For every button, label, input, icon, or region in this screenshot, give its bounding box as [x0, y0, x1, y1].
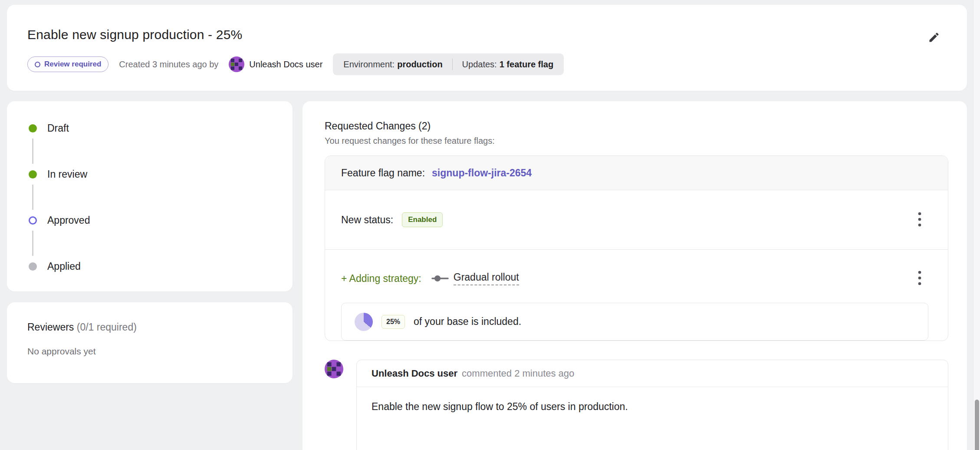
status-kebab-menu-button[interactable]: [911, 210, 928, 229]
comment-author-name: Unleash Docs user: [372, 368, 457, 379]
reviewers-requirement: (0/1 required): [77, 321, 137, 333]
reviewers-heading: Reviewers: [27, 321, 74, 333]
scrollbar-thumb[interactable]: [975, 400, 979, 450]
updates-value: 1 feature flag: [500, 60, 553, 69]
gradual-rollout-icon: [431, 274, 449, 283]
author-group: Unleash Docs user: [229, 56, 322, 72]
requested-changes-subtitle: You request changes for these feature fl…: [325, 136, 948, 146]
reviewers-title: Reviewers (0/1 required): [27, 321, 275, 333]
step-current-dot-icon: [29, 216, 37, 225]
strategy-label-row: + Adding strategy: Gradual rollout: [341, 269, 928, 288]
header-meta-row: Review required Created 3 minutes ago by…: [27, 53, 941, 75]
updates-label: Updates:: [462, 60, 497, 69]
requested-changes-card: Requested Changes (2) You request change…: [303, 101, 967, 450]
strategy-section: + Adding strategy: Gradual rollout 25% o…: [325, 250, 948, 341]
timeline-connector: [32, 139, 33, 164]
adding-strategy-label: + Adding strategy:: [341, 273, 421, 285]
timeline-step-label: Draft: [47, 122, 69, 134]
comment-box: Unleash Docs user commented 2 minutes ag…: [356, 360, 948, 450]
change-request-header-card: Enable new signup production - 25% Revie…: [7, 5, 967, 91]
comment-avatar: [325, 360, 343, 378]
environment-summary-box: Environment:production Updates:1 feature…: [333, 53, 564, 75]
reviewers-card: Reviewers (0/1 required) No approvals ye…: [7, 302, 293, 383]
edit-title-button[interactable]: [924, 28, 944, 47]
no-approvals-text: No approvals yet: [27, 346, 275, 357]
step-done-dot-icon: [29, 124, 37, 132]
flag-name-link[interactable]: signup-flow-jira-2654: [432, 167, 532, 179]
rollout-description-text: of your base is included.: [414, 316, 521, 328]
environment-label: Environment:: [343, 60, 395, 69]
comment-timestamp: commented 2 minutes ago: [462, 368, 574, 379]
feature-flag-change-box: Feature flag name: signup-flow-jira-2654…: [325, 156, 948, 341]
rollout-summary-box: 25% of your base is included.: [341, 303, 928, 341]
comment-body-text: Enable the new signup flow to 25% of use…: [357, 387, 948, 427]
strategy-name-link[interactable]: Gradual rollout: [454, 271, 519, 285]
step-pending-dot-icon: [29, 262, 37, 271]
created-text: Created 3 minutes ago by: [119, 60, 218, 69]
kebab-icon: [918, 212, 921, 228]
page-title: Enable new signup production - 25%: [27, 27, 941, 42]
timeline-step-label: In review: [47, 169, 87, 180]
review-status-badge: Review required: [27, 56, 109, 72]
new-status-label: New status:: [341, 214, 393, 226]
new-status-row: New status: Enabled: [325, 190, 948, 250]
author-name: Unleash Docs user: [249, 60, 322, 69]
requested-changes-title: Requested Changes (2): [325, 120, 948, 132]
comment-header: Unleash Docs user commented 2 minutes ag…: [357, 360, 948, 387]
environment-item: Environment:production: [343, 60, 442, 69]
timeline-step-applied: Applied: [29, 260, 293, 272]
review-status-label: Review required: [44, 60, 101, 69]
timeline-connector: [32, 185, 33, 210]
pencil-icon: [928, 31, 940, 45]
timeline-card: Draft In review Approved Applied: [7, 101, 293, 291]
strategy-kebab-menu-button[interactable]: [911, 269, 928, 288]
enabled-status-badge: Enabled: [402, 212, 443, 227]
timeline-connector: [32, 231, 33, 256]
page-scrollbar: [973, 0, 980, 450]
timeline-step-in-review: In review: [29, 168, 293, 180]
avatar: [229, 56, 244, 72]
kebab-icon: [918, 271, 921, 287]
timeline-step-label: Applied: [47, 261, 81, 272]
circle-outline-icon: [35, 62, 40, 67]
vertical-divider: [452, 59, 453, 70]
comment-row: Unleash Docs user commented 2 minutes ag…: [325, 360, 948, 450]
environment-value: production: [397, 60, 442, 69]
timeline-step-draft: Draft: [29, 122, 293, 134]
timeline-step-label: Approved: [47, 215, 90, 226]
updates-item: Updates:1 feature flag: [462, 60, 554, 69]
timeline-step-approved: Approved: [29, 214, 293, 226]
rollout-percentage-badge: 25%: [381, 315, 405, 329]
step-done-dot-icon: [29, 170, 37, 179]
flag-header-row: Feature flag name: signup-flow-jira-2654: [325, 156, 948, 190]
flag-name-label: Feature flag name:: [341, 167, 425, 179]
pie-chart-icon: [355, 313, 373, 331]
left-column: Draft In review Approved Applied Reviewe…: [7, 101, 293, 383]
